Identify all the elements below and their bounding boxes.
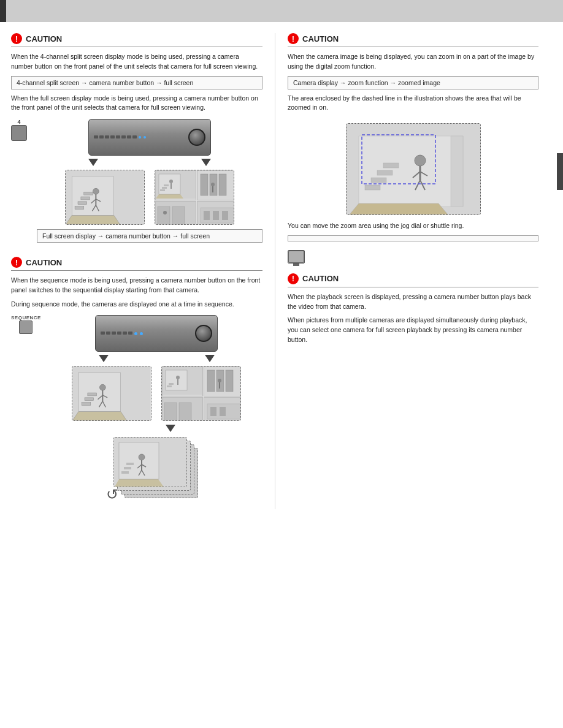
dvr-led — [139, 136, 141, 138]
monitor-cell-8 — [204, 397, 241, 421]
cell-scene-2 — [197, 171, 234, 199]
svg-point-58 — [218, 379, 221, 382]
main-columns: ! CAUTION When the 4-channel split scree… — [0, 33, 563, 509]
left-caution2-title: CAUTION — [26, 258, 62, 267]
svg-rect-3 — [75, 207, 84, 210]
svg-rect-51 — [169, 383, 174, 385]
right-caution2-text2: When pictures from multiple cameras are … — [288, 316, 538, 344]
dvr-btn — [132, 135, 137, 138]
dvr-device-1 — [88, 119, 211, 156]
dvr-btn — [101, 332, 105, 335]
camera-button-4: 4 — [11, 119, 27, 141]
monitors-row-1 — [37, 170, 262, 225]
svg-marker-85 — [350, 203, 448, 214]
dvr-btn — [94, 135, 98, 138]
svg-rect-66 — [220, 407, 226, 416]
left-caution2-header: ! CAUTION — [11, 257, 262, 271]
monitor-multi-1 — [155, 170, 234, 225]
svg-rect-24 — [219, 174, 226, 195]
arrows-row-1 — [37, 159, 262, 166]
monitor-single-2 — [72, 366, 151, 421]
cell-scene-4 — [197, 202, 234, 225]
left-caution1-text2: When the full screen display mode is bei… — [11, 94, 262, 113]
svg-rect-80 — [359, 136, 463, 207]
svg-rect-39 — [82, 403, 91, 406]
svg-point-19 — [169, 180, 173, 183]
svg-rect-72 — [126, 463, 134, 465]
monitor-single-1 — [65, 170, 145, 225]
svg-marker-68 — [114, 479, 164, 487]
svg-rect-18 — [164, 184, 169, 186]
monitor-cell-1 — [155, 170, 196, 200]
left-caution1-highlight2: Full screen display → camera number butt… — [37, 229, 262, 243]
caution-icon-2: ! — [11, 257, 22, 268]
right-caution1-header: ! CAUTION — [288, 33, 538, 47]
monitor-icon-container — [288, 246, 305, 267]
caution-icon-3: ! — [288, 33, 299, 44]
header-accent — [0, 0, 6, 22]
svg-rect-92 — [451, 136, 463, 207]
left-caution1-highlight1: 4-channel split screen → camera number b… — [11, 76, 262, 89]
sequence-button: SEQUENCE — [11, 315, 41, 334]
cell-5 — [163, 367, 202, 395]
svg-point-7 — [93, 188, 99, 194]
left-caution2-text2: During sequence mode, the cameras are di… — [11, 300, 262, 309]
stack-frames: ↺ — [113, 437, 199, 498]
cell-7 — [163, 398, 202, 421]
svg-rect-61 — [164, 403, 177, 421]
monitor-icon-sm — [288, 250, 305, 264]
seq-dvr-container: ↺ — [51, 315, 262, 503]
svg-rect-84 — [383, 163, 399, 168]
arrow-down-left-1 — [88, 159, 98, 166]
seq-label: SEQUENCE — [11, 315, 41, 320]
dvr-device-2 — [95, 315, 218, 352]
dvr-buttons-2 — [101, 332, 191, 336]
right-caution-2: ! CAUTION When the playback screen is di… — [288, 273, 538, 345]
dvr-diagram-1: Full screen display → camera number butt… — [37, 119, 262, 247]
svg-rect-55 — [207, 370, 215, 392]
monitor-cell-7 — [162, 397, 203, 421]
stack-frame-1 — [113, 437, 187, 487]
btn-square-4 — [11, 125, 27, 141]
dvr-btn — [106, 332, 110, 335]
left-caution-2: ! CAUTION When the sequence mode is bein… — [11, 257, 262, 503]
svg-rect-5 — [81, 197, 90, 200]
right-caution1-text2: The area enclosed by the dashed line in … — [288, 94, 538, 113]
header-bar — [0, 0, 563, 22]
arrow-down-stack — [166, 425, 175, 432]
svg-point-52 — [176, 376, 180, 379]
svg-rect-35 — [222, 211, 228, 220]
dvr-btn — [99, 135, 104, 138]
monitor-cell-5 — [162, 366, 203, 396]
svg-rect-49 — [166, 370, 187, 390]
monitor-cell-3 — [155, 201, 196, 225]
right-column: ! CAUTION When the camera image is being… — [275, 33, 538, 509]
monitor-cell-2 — [197, 170, 234, 200]
dvr-container-1 — [37, 119, 262, 156]
diagram-1: 4 — [11, 119, 262, 247]
svg-rect-33 — [204, 211, 210, 220]
zoom-monitor-wrapper — [288, 117, 538, 221]
right-caution1-text3: You can move the zoom area using the jog… — [288, 221, 538, 231]
zoom-monitor-large — [346, 123, 481, 215]
dvr-btn — [117, 332, 121, 335]
stack-staircase-svg — [114, 438, 187, 487]
monitor-cell-6 — [204, 366, 241, 396]
circular-arrows-icon: ↺ — [106, 486, 118, 503]
right-caution1-title: CAUTION — [302, 34, 339, 44]
svg-rect-57 — [226, 370, 233, 392]
svg-rect-29 — [172, 207, 185, 225]
svg-rect-65 — [210, 407, 216, 416]
monitors-row-2 — [51, 366, 262, 421]
right-caution2-text1: When the playback screen is displayed, p… — [288, 292, 538, 312]
svg-point-30 — [163, 211, 167, 214]
svg-point-25 — [211, 183, 215, 186]
left-caution1-header: ! CAUTION — [11, 33, 262, 47]
dvr-btn — [123, 332, 127, 335]
dvr-btn — [127, 135, 131, 138]
svg-marker-14 — [156, 194, 183, 199]
svg-rect-71 — [124, 467, 131, 469]
dvr-led — [144, 136, 146, 138]
svg-marker-1 — [66, 215, 120, 224]
dvr-led-blue — [134, 332, 137, 335]
